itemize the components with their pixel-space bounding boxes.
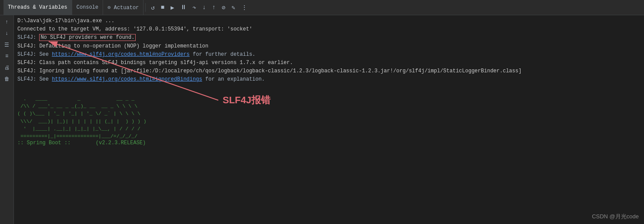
tab-console[interactable]: Console <box>72 0 103 15</box>
sidebar-scroll-down-icon[interactable]: ↓ <box>1 28 13 39</box>
main-area: ↑ ↓ ☰ ≡ 🖨 🗑 D:\Java\jdk-17\bin\java.exe … <box>0 15 644 224</box>
toolbar: Threads & Variables Console ⊙ Actuator ↺… <box>0 0 644 15</box>
console-line-ignored-bindings: SLF4J: See https://www.slf4j.org/codes.h… <box>17 75 641 84</box>
resume-icon[interactable]: ▶ <box>169 3 176 12</box>
sidebar-clear-icon[interactable]: 🗑 <box>1 74 13 84</box>
slf4j-prefix: SLF4J: <box>17 34 39 41</box>
tab-threads-variables[interactable]: Threads & Variables <box>3 0 72 15</box>
sidebar: ↑ ↓ ☰ ≡ 🖨 🗑 <box>0 15 14 224</box>
step-out-icon[interactable]: ↑ <box>210 3 217 12</box>
console-line-nop-logger: SLF4J: Defaulting to no-operation (NOP) … <box>17 42 641 51</box>
step-over-icon[interactable]: ↷ <box>191 3 198 12</box>
console-line-ignoring: SLF4J: Ignoring binding found at [jar:fi… <box>17 67 641 75</box>
toolbar-icons: ↺ ■ ▶ ⏸ ↷ ↓ ↑ ⊘ ✎ ⋮ <box>149 3 249 12</box>
console-line-no-providers: SLF4J: See https://www.slf4j.org/codes.h… <box>17 51 641 59</box>
restart-icon[interactable]: ↺ <box>149 3 156 12</box>
ascii-art-banner: . ____ _ __ _ _ /\\ / ___'_ __ _ _(_)_ _… <box>17 88 641 140</box>
tab-actuator[interactable]: ⊙ Actuator <box>103 0 143 15</box>
watermark: CSDN @月光code <box>592 213 639 221</box>
console-area[interactable]: D:\Java\jdk-17\bin\java.exe ... Connecte… <box>14 15 644 224</box>
pause-icon[interactable]: ⏸ <box>179 3 188 12</box>
mute-breakpoints-icon[interactable]: ⊘ <box>220 3 227 12</box>
sidebar-filter-icon[interactable]: ☰ <box>1 40 13 50</box>
ignored-bindings-link[interactable]: https://www.slf4j.org/codes.html#ignored… <box>52 76 202 82</box>
edit-icon[interactable]: ✎ <box>230 3 237 12</box>
stop-icon[interactable]: ■ <box>159 3 166 12</box>
more-options-icon[interactable]: ⋮ <box>240 3 249 12</box>
console-line-class-path: SLF4J: Class path contains SLF4J binding… <box>17 59 641 67</box>
spring-boot-version: :: Spring Boot :: (v2.2.3.RELEASE) <box>17 140 641 146</box>
console-line-slf4j-error: SLF4J: No SLF4J providers were found. <box>17 34 641 42</box>
no-providers-link[interactable]: https://www.slf4j.org/codes.html#noProvi… <box>52 51 190 58</box>
step-into-icon[interactable]: ↓ <box>200 3 207 12</box>
slf4j-error-highlight: No SLF4J providers were found. <box>39 34 136 41</box>
console-line-connected: Connected to the target VM, address: '12… <box>17 25 641 34</box>
sidebar-print-icon[interactable]: 🖨 <box>1 62 13 73</box>
sidebar-list-icon[interactable]: ≡ <box>1 51 13 61</box>
toolbar-divider <box>145 3 146 12</box>
console-line-java-exe: D:\Java\jdk-17\bin\java.exe ... <box>17 17 641 25</box>
sidebar-scroll-up-icon[interactable]: ↑ <box>1 17 13 27</box>
